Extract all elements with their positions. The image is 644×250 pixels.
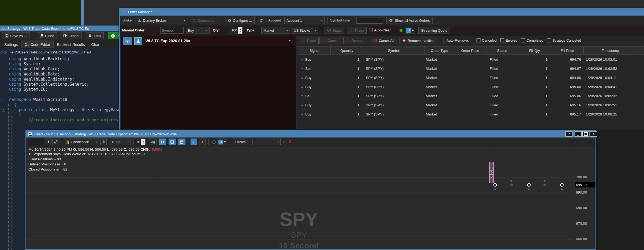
range-dropdown[interactable]: ▾ <box>256 139 281 145</box>
order-manager-titlebar[interactable]: Order Manager <box>120 8 644 16</box>
visibility-eye-button[interactable] <box>123 37 132 45</box>
radio-icon[interactable] <box>212 140 216 144</box>
stepper-arrows-icon[interactable]: ▲▼ <box>141 139 145 145</box>
streaming-toggle-button[interactable] <box>45 139 51 145</box>
remove-inactive-button[interactable]: Remove Inactive <box>400 37 436 44</box>
strategy-window-titlebar[interactable]: ded Strategy - WL8 Trade Code Experiment… <box>0 26 121 31</box>
broker-dropdown[interactable]: Dummy Broker ▾ <box>136 17 187 24</box>
refresh-button[interactable] <box>258 17 266 24</box>
clone-button[interactable]: Clone <box>37 32 57 39</box>
account-dropdown[interactable]: Account 1 ▾ <box>284 17 325 24</box>
help-button[interactable]: ? <box>565 131 572 137</box>
close-button[interactable]: X <box>590 131 597 137</box>
panel-bottom-toggle-button[interactable] <box>169 139 176 145</box>
open-position-marker[interactable] <box>560 183 564 187</box>
cancel-order-button[interactable]: Cancel <box>319 37 341 44</box>
table-row[interactable]: ▲Buy1SPY (SPY)MarketFilled1694.901/28/20… <box>298 73 644 82</box>
manual-symbol-input[interactable] <box>160 27 184 34</box>
column-header-order-type[interactable]: Order Type <box>425 46 454 55</box>
bar-interval-stepper[interactable]: 10 ▲▼ <box>133 139 146 145</box>
column-header-fill-price[interactable]: Fill Price <box>551 46 584 55</box>
style-settings-button[interactable] <box>100 139 107 145</box>
market-dropdown[interactable]: US Stocks ▾ <box>292 27 318 34</box>
stream-source-dropdown[interactable]: ▾ <box>217 139 227 145</box>
scale-dropdown[interactable]: 10 Se... ▾ <box>110 139 131 145</box>
tab-chart[interactable]: Chart <box>88 41 104 48</box>
table-row[interactable]: ▲Buy1SPY (SPY)MarketFilled1695.161/28/20… <box>298 100 644 110</box>
show-all-active-orders-button[interactable]: Show all Active Orders <box>386 17 433 24</box>
chart-symbol-input[interactable] <box>28 139 44 145</box>
auto-remove-errored[interactable]: Errored <box>500 38 517 42</box>
table-row[interactable]: ▲Buy1SPY (SPY)MarketFilled1695.171/28/20… <box>298 110 644 119</box>
tab-c-code-editor[interactable]: C# Code Editor <box>21 41 54 48</box>
chart-titlebar[interactable]: Chart - SPY 10 Second - Strategy: WL8 Tr… <box>26 131 595 137</box>
minimize-button[interactable]: _ <box>575 131 582 137</box>
stepper-arrows-icon[interactable]: ▲▼ <box>238 27 242 34</box>
table-row[interactable]: ▼Sell1SPY (SPY)MarketFilled1694.871/28/2… <box>298 64 644 73</box>
cancel-x-icon[interactable]: ✗ <box>288 139 292 144</box>
auto-remove-completed[interactable]: Completed <box>521 38 543 42</box>
tab-backtest-results[interactable]: Backtest Results <box>54 41 88 48</box>
open-position-marker[interactable] <box>493 183 497 187</box>
order-type-dropdown[interactable]: Market ▾ <box>261 27 290 34</box>
column-header-signal[interactable]: Signal <box>298 46 331 55</box>
connected-button[interactable]: Connected <box>190 17 217 24</box>
maximize-button[interactable] <box>582 131 589 137</box>
link-button[interactable] <box>52 139 59 145</box>
separator <box>188 139 188 145</box>
orders-table[interactable]: SignalQuantitySymbolOrder TypeOrder Pric… <box>298 46 644 130</box>
save-as-button[interactable]: Save As ... <box>2 32 29 39</box>
streaming-quote-button[interactable]: Streaming Quote <box>418 27 450 34</box>
strategy-toolbar: Save As ... Clone Export Lock P <box>0 31 121 40</box>
fold-collapse-icon[interactable]: − <box>2 98 5 101</box>
filled-position-marker[interactable] <box>510 183 513 187</box>
column-header-symbol[interactable]: Symbol <box>363 46 425 55</box>
order-manager-window: Order Manager Broker Dummy Broker ▾ Conn… <box>119 8 644 130</box>
cancel-all-button[interactable]: Cancel All <box>371 37 397 44</box>
stream-button[interactable]: Stream <box>232 139 249 145</box>
quote-source-dropdown[interactable]: ▾ <box>405 27 415 34</box>
code-text: using System.IO; <box>9 87 48 92</box>
log-scale-button[interactable]: log <box>149 139 157 145</box>
column-header-quantity[interactable]: Quantity <box>331 46 363 55</box>
column-header-filler[interactable] <box>637 46 644 55</box>
auto-remove-canceled[interactable]: Canceled <box>477 38 497 42</box>
lock-button[interactable]: Lock <box>86 32 104 39</box>
chart-plot-area[interactable]: Mo 10/14/2024 3:40:36 PM O: 586.59 H: 58… <box>26 147 595 249</box>
open-position-marker[interactable] <box>527 183 531 187</box>
table-row[interactable]: ▲Buy1SPY (SPY)MarketFilled1695.001/28/20… <box>298 82 644 91</box>
signal-label: Buy <box>305 76 311 80</box>
strategy-filter-header[interactable]: WL8 TC Exp-2026-01-28a ▾ <box>121 36 296 46</box>
export-button[interactable]: Export <box>61 32 81 39</box>
orders-table-body[interactable]: ▲Buy1SPY (SPY)MarketFilled1694.761/28/20… <box>298 55 644 119</box>
chart-title: Chart - SPY 10 Second - Strategy: WL8 Tr… <box>34 132 177 136</box>
apply-check-icon[interactable]: ✓ <box>282 139 286 144</box>
column-header-fill-qty[interactable]: Fill Qty <box>518 46 551 55</box>
place-button-manual[interactable]: Place <box>347 27 367 34</box>
stage-button[interactable]: Stage <box>325 27 344 34</box>
events-toggle-button[interactable] <box>159 139 166 145</box>
auto-remove-strategy-canceled[interactable]: Strategy Canceled <box>547 38 581 42</box>
add-indicator-button[interactable]: + <box>199 139 206 145</box>
place-order-button[interactable]: Place <box>299 37 319 44</box>
side-dropdown[interactable]: Buy ▾ <box>186 27 210 34</box>
filled-position-marker[interactable] <box>543 183 546 187</box>
column-header-status[interactable]: Status <box>486 46 518 55</box>
chevron-down-icon[interactable]: ▾ <box>289 39 291 42</box>
remove-order-button[interactable]: Remove <box>343 37 367 44</box>
symbol-filter-input[interactable] <box>356 17 383 24</box>
tab-settings[interactable]: Settings <box>1 41 21 48</box>
column-header-order-price[interactable]: Order Price <box>454 46 486 55</box>
column-header-timestamp[interactable]: Timestamp <box>584 46 637 55</box>
crosshair-cursor-button[interactable]: | <box>191 139 197 145</box>
table-row[interactable]: ▲Buy1SPY (SPY)MarketFilled1694.761/28/20… <box>298 55 644 64</box>
qty-stepper[interactable]: 100 ▲▼ <box>227 27 243 34</box>
fold-collapse-icon[interactable]: − <box>2 108 5 111</box>
cell-price <box>454 64 486 73</box>
table-row[interactable]: ▼Sell1SPY (SPY)MarketFilled1695.061/28/2… <box>298 91 644 100</box>
auto-clear-checkbox[interactable]: Auto-Clear <box>369 28 391 32</box>
chart-style-dropdown[interactable]: Candlestick ▾ <box>64 139 99 145</box>
panel-top-toggle-button[interactable] <box>178 139 185 145</box>
configure-button[interactable]: Configure ... <box>225 17 255 24</box>
orders-table-header[interactable]: SignalQuantitySymbolOrder TypeOrder Pric… <box>298 46 644 55</box>
